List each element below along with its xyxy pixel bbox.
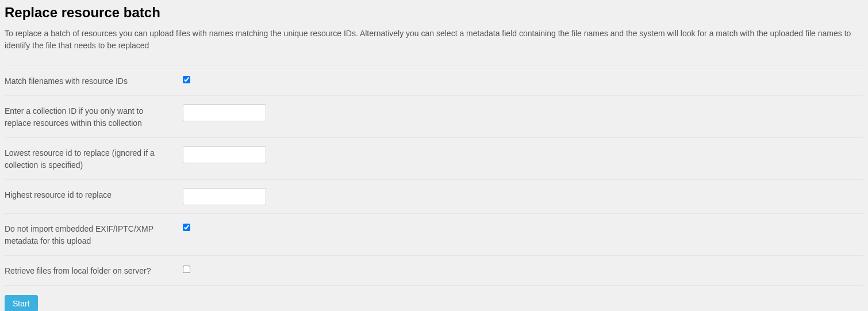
start-button[interactable]: Start bbox=[5, 295, 38, 311]
label-retrieve-local: Retrieve files from local folder on serv… bbox=[5, 264, 183, 277]
input-collection-id[interactable] bbox=[183, 104, 266, 121]
page-description: To replace a batch of resources you can … bbox=[5, 28, 863, 52]
input-lowest-resource-id[interactable] bbox=[183, 146, 266, 163]
row-no-import-metadata: Do not import embedded EXIF/IPTC/XMP met… bbox=[5, 214, 863, 256]
label-match-filenames: Match filenames with resource IDs bbox=[5, 74, 183, 87]
checkbox-match-filenames[interactable] bbox=[183, 76, 190, 83]
row-lowest-resource-id: Lowest resource id to replace (ignored i… bbox=[5, 138, 863, 180]
input-highest-resource-id[interactable] bbox=[183, 188, 266, 205]
row-highest-resource-id: Highest resource id to replace bbox=[5, 180, 863, 214]
label-highest-resource-id: Highest resource id to replace bbox=[5, 188, 183, 201]
label-lowest-resource-id: Lowest resource id to replace (ignored i… bbox=[5, 146, 183, 171]
row-collection-id: Enter a collection ID if you only want t… bbox=[5, 96, 863, 138]
row-match-filenames: Match filenames with resource IDs bbox=[5, 66, 863, 96]
checkbox-retrieve-local[interactable] bbox=[183, 266, 190, 273]
row-retrieve-local: Retrieve files from local folder on serv… bbox=[5, 256, 863, 286]
page-title: Replace resource batch bbox=[5, 5, 863, 21]
label-no-import-metadata: Do not import embedded EXIF/IPTC/XMP met… bbox=[5, 222, 183, 247]
label-collection-id: Enter a collection ID if you only want t… bbox=[5, 104, 183, 129]
checkbox-no-import-metadata[interactable] bbox=[183, 224, 190, 231]
